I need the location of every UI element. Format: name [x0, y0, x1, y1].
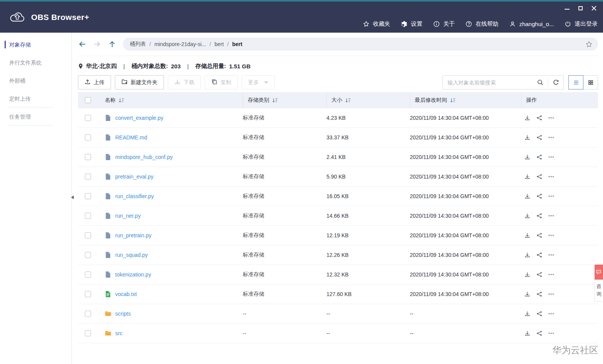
menu-item-help[interactable]: 在线帮助: [465, 20, 499, 28]
download-action-icon[interactable]: [524, 330, 530, 336]
favorite-star-icon[interactable]: [585, 40, 593, 48]
chat-bubble-icon[interactable]: [595, 265, 603, 280]
row-checkbox[interactable]: [85, 330, 91, 336]
more-action-icon[interactable]: [548, 134, 554, 141]
close-button[interactable]: [591, 5, 597, 11]
object-name-link[interactable]: tokenization.py: [115, 271, 151, 278]
download-action-icon[interactable]: [524, 115, 530, 121]
menu-item-logout[interactable]: 退出登录: [564, 20, 598, 28]
forward-arrow-icon[interactable]: [93, 40, 101, 48]
row-checkbox[interactable]: [85, 232, 91, 238]
object-name-link[interactable]: mindspore_hub_conf.py: [115, 154, 172, 160]
object-name-link[interactable]: convert_example.py: [115, 115, 163, 121]
download-action-icon[interactable]: [524, 134, 530, 141]
object-name-link[interactable]: scripts: [115, 311, 131, 317]
object-name-link[interactable]: run_squad.py: [115, 252, 148, 258]
more-action-icon[interactable]: [548, 311, 554, 317]
row-checkbox[interactable]: [85, 193, 91, 199]
share-action-icon[interactable]: [536, 115, 542, 121]
row-checkbox[interactable]: [85, 252, 91, 258]
row-checkbox[interactable]: [85, 174, 91, 180]
more-action-icon[interactable]: [548, 115, 554, 121]
sidebar-item-parallel-fs[interactable]: 并行文件系统: [0, 58, 71, 67]
row-checkbox[interactable]: [85, 271, 91, 278]
download-action-icon[interactable]: [524, 311, 530, 317]
share-action-icon[interactable]: [536, 232, 542, 238]
row-checkbox[interactable]: [85, 154, 91, 160]
menu-item-favorites[interactable]: 收藏夹: [363, 20, 390, 28]
maximize-button[interactable]: [578, 5, 583, 11]
breadcrumb-item[interactable]: 桶列表: [130, 41, 146, 48]
share-action-icon[interactable]: [536, 213, 542, 219]
download-action-icon[interactable]: [524, 193, 530, 199]
row-checkbox[interactable]: [85, 115, 91, 121]
sidebar-item-external-bucket[interactable]: 外部桶: [0, 76, 71, 85]
share-action-icon[interactable]: [536, 134, 542, 141]
more-action-icon[interactable]: [548, 232, 554, 238]
row-checkbox[interactable]: [85, 311, 91, 317]
up-level-arrow-icon[interactable]: [108, 40, 116, 48]
share-action-icon[interactable]: [536, 252, 542, 258]
object-name-link[interactable]: pretrain_eval.py: [115, 174, 154, 180]
breadcrumb-item[interactable]: bert: [214, 41, 224, 47]
sort-icon-storage[interactable]: [272, 98, 278, 103]
more-action-icon[interactable]: [548, 193, 554, 199]
share-action-icon[interactable]: [536, 330, 542, 336]
download-action-icon[interactable]: [524, 271, 530, 278]
share-action-icon[interactable]: [536, 193, 542, 199]
sort-icon-modified-active[interactable]: [450, 98, 456, 103]
toolbar-download-button[interactable]: 下载: [168, 75, 201, 89]
download-action-icon[interactable]: [524, 174, 530, 180]
more-action-icon[interactable]: [548, 213, 554, 219]
share-action-icon[interactable]: [536, 311, 542, 317]
chat-support-widget[interactable]: 咨询: [595, 265, 603, 302]
object-name-link[interactable]: src: [115, 330, 123, 336]
object-name-link[interactable]: README.md: [115, 134, 147, 141]
select-all-checkbox[interactable]: [85, 97, 91, 103]
toolbar-copy-button[interactable]: 复制: [205, 75, 238, 89]
object-name-link[interactable]: run_classifier.py: [115, 193, 154, 199]
minimize-button[interactable]: [564, 5, 570, 11]
more-action-icon[interactable]: [548, 291, 554, 297]
more-action-icon[interactable]: [548, 330, 554, 336]
sidebar-collapse-handle[interactable]: [69, 195, 74, 199]
object-name-link[interactable]: run_ner.py: [115, 213, 141, 219]
share-action-icon[interactable]: [536, 271, 542, 278]
menu-item-user[interactable]: zhanghui_o...: [509, 20, 554, 28]
sort-icon-size[interactable]: [345, 98, 351, 103]
sidebar-item-scheduled-upload[interactable]: 定时上传: [0, 94, 71, 103]
share-action-icon[interactable]: [536, 291, 542, 297]
download-action-icon[interactable]: [524, 213, 530, 219]
chat-label[interactable]: 咨询: [595, 280, 603, 302]
download-action-icon[interactable]: [524, 232, 530, 238]
menu-item-settings[interactable]: 设置: [401, 20, 422, 28]
menu-item-about[interactable]: 关于: [433, 20, 455, 28]
toolbar-upload-button[interactable]: 上传: [78, 75, 111, 89]
back-arrow-icon[interactable]: [78, 40, 86, 48]
share-action-icon[interactable]: [536, 154, 542, 160]
object-name-link[interactable]: vocab.txt: [115, 291, 137, 297]
download-action-icon[interactable]: [524, 252, 530, 258]
grid-view-button[interactable]: [583, 75, 598, 89]
more-action-icon[interactable]: [548, 252, 554, 258]
more-action-icon[interactable]: [548, 271, 554, 278]
sidebar-item-object-storage[interactable]: 对象存储: [0, 40, 71, 49]
search-icon[interactable]: [532, 76, 548, 89]
download-action-icon[interactable]: [524, 154, 530, 160]
breadcrumb-item[interactable]: mindspore-21day-si...: [154, 41, 206, 47]
row-checkbox[interactable]: [85, 134, 91, 141]
sort-icon-name[interactable]: [119, 98, 124, 103]
row-checkbox[interactable]: [85, 213, 91, 219]
refresh-icon[interactable]: [548, 76, 563, 89]
search-input[interactable]: [443, 79, 532, 86]
toolbar-more-button[interactable]: 更多: [242, 75, 275, 89]
sidebar-item-task-manager[interactable]: 任务管理: [0, 113, 71, 121]
object-name-link[interactable]: run_pretrain.py: [115, 232, 151, 238]
toolbar-new-folder-button[interactable]: 新建文件夹: [115, 75, 164, 89]
more-action-icon[interactable]: [548, 154, 554, 160]
list-view-button[interactable]: [568, 75, 583, 89]
share-action-icon[interactable]: [536, 174, 542, 180]
download-action-icon[interactable]: [524, 291, 530, 297]
more-action-icon[interactable]: [548, 174, 554, 180]
row-checkbox[interactable]: [85, 291, 91, 297]
